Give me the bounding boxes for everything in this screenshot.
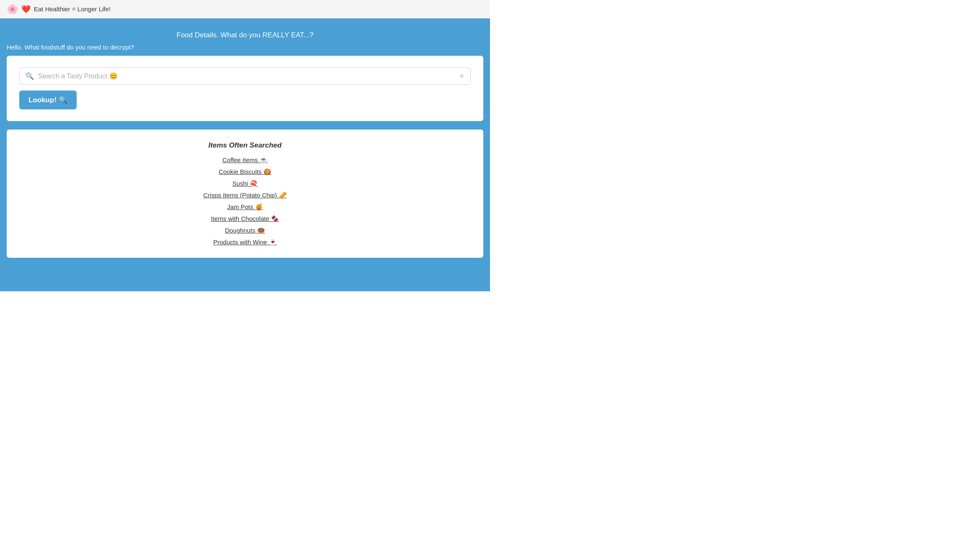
heart-icon: ❤️ <box>21 5 31 14</box>
lookup-button[interactable]: Lookup! 🔍 <box>19 91 77 109</box>
popular-link-chocolate[interactable]: Items with Chocolate 🍫 <box>211 215 279 223</box>
search-icon: 🔍 <box>26 72 34 80</box>
search-input-wrapper: 🔍 ✳ <box>19 67 471 85</box>
search-card: 🔍 ✳ Lookup! 🔍 <box>7 56 483 121</box>
clear-icon[interactable]: ✳ <box>459 72 464 80</box>
page-subtitle: Food Details. What do you REALLY EAT...? <box>7 31 483 39</box>
popular-link-doughnuts[interactable]: Doughnuts 🍩 <box>225 227 265 234</box>
popular-links-list: Coffee Items ☕ Cookie Biscuits 🍪 Sushi 🍣… <box>19 156 471 246</box>
greeting-text: Hello. What foodstuff do you need to dec… <box>7 44 483 51</box>
popular-link-cookie[interactable]: Cookie Biscuits 🍪 <box>219 168 271 176</box>
popular-link-wine[interactable]: Products with Wine 🍷 <box>213 238 277 246</box>
title-bar: 🌸 ❤️ Eat Healthier = Longer Life! <box>0 0 490 18</box>
popular-link-sushi[interactable]: Sushi 🍣 <box>232 180 258 187</box>
bottom-bar <box>0 275 490 291</box>
popular-link-coffee[interactable]: Coffee Items ☕ <box>222 156 268 164</box>
main-content: Food Details. What do you REALLY EAT...?… <box>0 18 490 275</box>
app-title: Eat Healthier = Longer Life! <box>34 5 111 13</box>
popular-link-crisps[interactable]: Crisps Items (Potato Chip) 🥜 <box>203 192 286 199</box>
search-input[interactable] <box>38 73 459 80</box>
logo-icon: 🌸 <box>7 4 18 15</box>
popular-searches-card: Items Often Searched Coffee Items ☕ Cook… <box>7 130 483 258</box>
popular-heading: Items Often Searched <box>19 141 471 150</box>
popular-link-jam[interactable]: Jam Pots 🍯 <box>227 203 263 211</box>
